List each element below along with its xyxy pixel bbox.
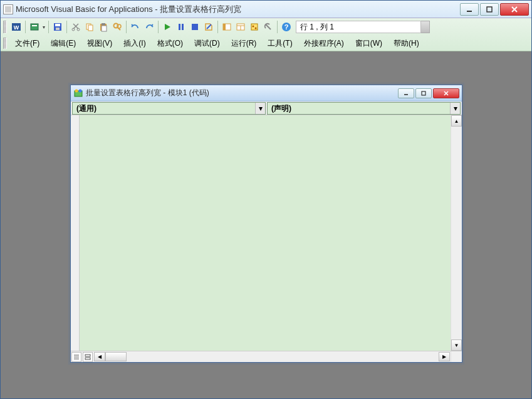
save-button[interactable] <box>51 20 65 34</box>
code-close-button[interactable] <box>433 88 459 98</box>
svg-rect-10 <box>56 28 60 30</box>
project-explorer-button[interactable] <box>220 20 234 34</box>
properties-window-button[interactable] <box>234 20 248 34</box>
window-title: Microsoft Visual Basic for Applications … <box>16 4 459 15</box>
svg-rect-50 <box>85 358 90 360</box>
svg-rect-19 <box>102 23 105 25</box>
code-minimize-button[interactable] <box>398 88 414 98</box>
menu-view[interactable]: 视图(V) <box>81 36 118 51</box>
code-maximize-button[interactable] <box>415 88 432 98</box>
svg-point-41 <box>79 89 82 92</box>
full-module-view-button[interactable] <box>83 352 93 362</box>
separator <box>25 21 26 33</box>
code-window-controls <box>398 88 459 98</box>
scroll-corner <box>451 351 462 362</box>
svg-point-35 <box>253 26 254 28</box>
chevron-down-icon[interactable]: ▾ <box>450 103 460 114</box>
mdi-area: 批量设置表格行高列宽 - 模块1 (代码) (通用) ▾ (声明) ▾ <box>1 52 531 398</box>
main-window: Microsoft Visual Basic for Applications … <box>0 0 532 399</box>
copy-button[interactable] <box>83 20 96 34</box>
position-text: 行 1 , 列 1 <box>300 22 334 33</box>
code-window: 批量设置表格行高列宽 - 模块1 (代码) (通用) ▾ (声明) ▾ <box>70 85 462 363</box>
separator <box>158 21 159 33</box>
scroll-down-icon[interactable]: ▼ <box>451 339 462 351</box>
insert-dropdown-icon[interactable]: ▾ <box>41 24 46 30</box>
menu-help[interactable]: 帮助(H) <box>388 36 425 51</box>
menu-edit[interactable]: 编辑(E) <box>45 36 81 51</box>
run-button[interactable] <box>160 20 174 34</box>
menu-debug[interactable]: 调试(D) <box>189 36 226 51</box>
separator <box>277 21 278 33</box>
app-icon <box>3 4 13 14</box>
svg-rect-7 <box>32 25 37 26</box>
design-mode-button[interactable] <box>202 20 216 34</box>
svg-rect-9 <box>55 24 60 26</box>
procedure-combo[interactable]: (声明) ▾ <box>267 102 461 115</box>
insert-module-button[interactable] <box>28 20 41 34</box>
menu-addins[interactable]: 外接程序(A) <box>298 36 350 51</box>
object-browser-button[interactable] <box>248 20 261 34</box>
procedure-combo-text: (声明) <box>268 103 450 114</box>
menu-tools[interactable]: 工具(T) <box>262 36 298 51</box>
help-button[interactable]: ? <box>279 20 293 34</box>
find-button[interactable] <box>110 20 124 34</box>
svg-text:W: W <box>14 24 19 31</box>
separator <box>48 21 49 33</box>
break-button[interactable] <box>174 20 188 34</box>
separator <box>217 21 218 33</box>
chevron-down-icon[interactable]: ▾ <box>255 103 265 114</box>
toolbar-area: W ▾ ? 行 1 , <box>1 18 531 51</box>
code-bottom-bar: ◀ ▶ <box>71 351 462 362</box>
paste-button[interactable] <box>96 20 110 34</box>
svg-rect-43 <box>422 91 425 95</box>
svg-rect-24 <box>179 24 180 30</box>
scroll-right-icon[interactable]: ▶ <box>439 352 450 361</box>
code-editor[interactable] <box>80 115 451 351</box>
undo-button[interactable] <box>128 20 142 34</box>
code-margin <box>71 115 80 351</box>
scroll-up-icon[interactable]: ▲ <box>451 115 462 127</box>
menu-file[interactable]: 文件(F) <box>9 36 45 51</box>
cut-button[interactable] <box>69 20 83 34</box>
svg-rect-25 <box>182 24 184 30</box>
redo-button[interactable] <box>142 20 156 34</box>
object-combo[interactable]: (通用) ▾ <box>72 102 266 115</box>
menu-window[interactable]: 窗口(W) <box>350 36 388 51</box>
svg-rect-26 <box>192 24 198 30</box>
toolbar-grip[interactable] <box>3 21 7 33</box>
procedure-view-button[interactable] <box>71 352 81 362</box>
minimize-button[interactable] <box>460 3 479 16</box>
menu-insert[interactable]: 插入(I) <box>118 36 151 51</box>
svg-rect-18 <box>102 26 107 31</box>
svg-rect-6 <box>31 24 38 30</box>
svg-rect-49 <box>85 355 90 356</box>
code-body: ▲ ▼ <box>71 115 462 351</box>
scroll-left-icon[interactable]: ◀ <box>94 352 105 361</box>
position-indicator: 行 1 , 列 1 <box>296 21 430 33</box>
view-word-button[interactable]: W <box>9 20 23 34</box>
svg-rect-16 <box>88 25 93 31</box>
svg-text:?: ? <box>284 23 289 31</box>
toolbox-button[interactable] <box>261 20 275 34</box>
scroll-thumb[interactable] <box>105 352 127 361</box>
horizontal-scrollbar[interactable]: ◀ ▶ <box>94 352 450 361</box>
reset-button[interactable] <box>188 20 202 34</box>
maximize-button[interactable] <box>480 3 499 16</box>
svg-rect-34 <box>251 24 258 30</box>
standard-toolbar: W ▾ ? 行 1 , <box>1 18 531 36</box>
code-titlebar[interactable]: 批量设置表格行高列宽 - 模块1 (代码) <box>71 85 462 101</box>
separator <box>66 21 67 33</box>
vertical-scrollbar[interactable]: ▲ ▼ <box>451 115 462 351</box>
svg-point-40 <box>75 89 78 92</box>
object-combo-text: (通用) <box>73 103 255 114</box>
code-combo-bar: (通用) ▾ (声明) ▾ <box>71 101 462 115</box>
close-button[interactable] <box>500 3 529 16</box>
scroll-track[interactable] <box>105 352 439 361</box>
svg-rect-1 <box>487 7 492 12</box>
menu-run[interactable]: 运行(R) <box>226 36 263 51</box>
svg-point-36 <box>255 28 257 29</box>
main-titlebar[interactable]: Microsoft Visual Basic for Applications … <box>1 1 531 18</box>
menubar-grip[interactable] <box>3 38 7 49</box>
scroll-track[interactable] <box>451 127 462 339</box>
menu-format[interactable]: 格式(O) <box>152 36 189 51</box>
